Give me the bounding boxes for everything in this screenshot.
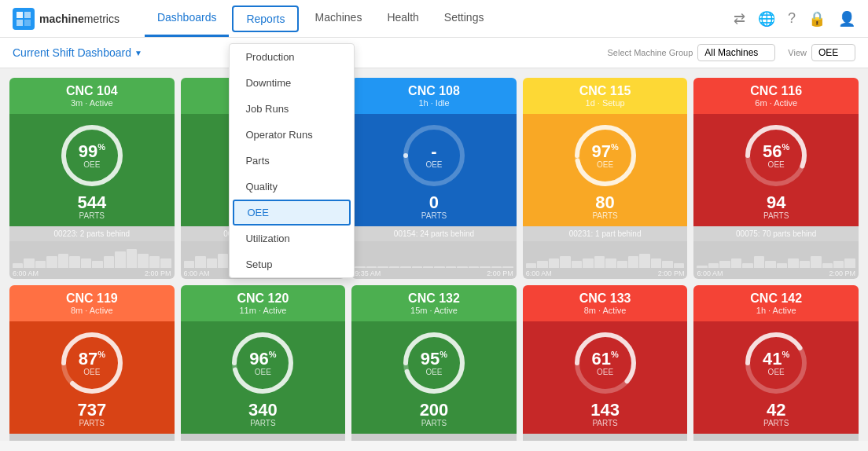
timeline-times: 6:00 AM 2:00 PM <box>523 268 688 279</box>
reports-menu-item-production[interactable]: Production <box>230 44 354 70</box>
parts-value: 200 <box>420 402 449 419</box>
oee-percent: 61% <box>591 350 618 368</box>
parts-value: 737 <box>77 402 106 419</box>
parts-label: PARTS <box>250 419 275 427</box>
nav-machines[interactable]: Machines <box>302 0 374 37</box>
machine-name: CNC 115 <box>529 84 682 98</box>
oee-percent: 95% <box>421 350 447 368</box>
nav-dashboards[interactable]: Dashboards <box>145 0 230 37</box>
help-icon[interactable]: ? <box>788 10 796 27</box>
oee-circle: 56% OEE <box>741 120 811 191</box>
machine-status: 11m · Active <box>187 306 340 315</box>
parts-value: 544 <box>77 194 106 211</box>
timeline <box>181 434 346 441</box>
oee-percent: 41% <box>763 350 789 368</box>
oee-percent: 99% <box>79 143 105 160</box>
timeline <box>523 434 688 441</box>
reports-dropdown: ProductionDowntimeJob RunsOperator RunsP… <box>229 43 355 278</box>
card-header: CNC 119 8m · Active <box>9 285 175 321</box>
parts-value: 80 <box>595 194 614 211</box>
time-end: 2:00 PM <box>487 270 513 277</box>
nav-health[interactable]: Health <box>374 0 431 37</box>
reports-menu-item-utilization[interactable]: Utilization <box>230 226 354 251</box>
reports-menu-item-downtime[interactable]: Downtime <box>230 70 354 96</box>
view-select[interactable]: OEE <box>811 44 855 61</box>
card-body: 97% OEE 80 PARTS <box>523 114 688 226</box>
oee-circle: 96% OEE <box>227 328 298 398</box>
card-body: 96% OEE 340 PARTS <box>181 321 346 434</box>
machine-name: CNC 120 <box>187 292 340 306</box>
machine-grid: CNC 104 3m · Active 99% OEE 544 PARTS 00… <box>0 68 868 441</box>
machine-card-cnc-104[interactable]: CNC 104 3m · Active 99% OEE 544 PARTS 00… <box>9 78 175 279</box>
card-footer: 00231: 1 part behind <box>523 226 688 241</box>
oee-value: 56% OEE <box>763 143 789 169</box>
oee-circle: 61% OEE <box>570 328 641 398</box>
nav-reports[interactable]: Reports <box>232 6 299 32</box>
card-footer: 00154: 24 parts behind <box>351 226 517 241</box>
machine-card-cnc-115[interactable]: CNC 115 1d · Setup 97% OEE 80 PARTS 0023… <box>523 78 688 279</box>
logo[interactable]: machinemetrics <box>13 8 120 30</box>
nav-settings[interactable]: Settings <box>432 0 497 37</box>
machine-name: CNC 132 <box>358 292 510 306</box>
machine-card-cnc-116[interactable]: CNC 116 6m · Active 56% OEE 94 PARTS 000… <box>693 78 859 279</box>
machine-card-cnc-133[interactable]: CNC 133 8m · Active 61% OEE 143 PARTS 6:… <box>523 285 688 441</box>
machine-status: 8m · Active <box>16 306 168 315</box>
oee-percent: 56% <box>763 143 789 160</box>
time-end: 2:00 PM <box>145 270 171 277</box>
machine-status: 1d · Setup <box>529 98 682 108</box>
svg-rect-1 <box>24 12 31 18</box>
oee-label: OEE <box>591 160 618 169</box>
oee-label: OEE <box>249 368 276 376</box>
machine-card-cnc-119[interactable]: CNC 119 8m · Active 87% OEE 737 PARTS 6:… <box>9 285 175 441</box>
timeline <box>693 241 859 268</box>
svg-rect-2 <box>17 20 23 26</box>
shuffle-icon[interactable]: ⇄ <box>734 10 745 28</box>
header: machinemetrics Dashboards Reports Produc… <box>0 0 868 38</box>
machine-status: 1h · Idle <box>358 98 510 108</box>
machine-card-cnc-108[interactable]: CNC 108 1h · Idle - OEE 0 PARTS 00154: 2… <box>351 78 517 279</box>
card-header: CNC 108 1h · Idle <box>351 78 517 114</box>
oee-label: OEE <box>425 160 442 169</box>
chevron-down-icon: ▼ <box>134 49 142 57</box>
card-header: CNC 133 8m · Active <box>523 285 688 321</box>
oee-label: OEE <box>421 368 447 376</box>
lock-icon[interactable]: 🔒 <box>808 10 826 28</box>
machine-name: CNC 104 <box>16 84 168 98</box>
card-body: 61% OEE 143 PARTS <box>523 321 688 434</box>
oee-value: - OEE <box>425 143 442 169</box>
oee-label: OEE <box>763 368 789 376</box>
svg-rect-0 <box>17 12 23 18</box>
card-footer: 00223: 2 parts behind <box>9 226 175 241</box>
sub-header-controls: Select Machine Group All Machines View O… <box>608 44 856 61</box>
user-icon[interactable]: 👤 <box>838 10 855 28</box>
parts-label: PARTS <box>421 211 447 220</box>
oee-circle: 95% OEE <box>399 328 469 398</box>
parts-label: PARTS <box>763 211 789 220</box>
globe-icon[interactable]: 🌐 <box>758 10 775 28</box>
parts-label: PARTS <box>592 211 617 220</box>
logo-text: machinemetrics <box>39 13 120 25</box>
dashboard-title[interactable]: Current Shift Dashboard ▼ <box>13 46 142 59</box>
reports-menu-item-setup[interactable]: Setup <box>230 251 354 277</box>
timeline-times: 9:35 AM 2:00 PM <box>351 268 517 279</box>
machine-card-cnc-120[interactable]: CNC 120 11m · Active 96% OEE 340 PARTS 6… <box>181 285 346 441</box>
time-start: 6:00 AM <box>526 270 552 277</box>
reports-menu-item-parts[interactable]: Parts <box>230 148 354 174</box>
oee-label: OEE <box>591 368 618 376</box>
machine-group-select[interactable]: All Machines <box>697 44 775 61</box>
card-header: CNC 116 6m · Active <box>693 78 859 114</box>
oee-circle: 99% OEE <box>57 120 127 191</box>
reports-menu-item-oee[interactable]: OEE <box>233 200 351 226</box>
time-start: 6:00 AM <box>13 270 39 277</box>
card-body: 95% OEE 200 PARTS <box>351 321 517 434</box>
machine-card-cnc-132[interactable]: CNC 132 15m · Active 95% OEE 200 PARTS 6… <box>351 285 517 441</box>
reports-menu-item-operator-runs[interactable]: Operator Runs <box>230 122 354 148</box>
card-header: CNC 104 3m · Active <box>9 78 175 114</box>
machine-card-cnc-142[interactable]: CNC 142 1h · Active 41% OEE 42 PARTS 6:0… <box>693 285 859 441</box>
card-body: 56% OEE 94 PARTS <box>693 114 859 226</box>
reports-menu-item-job-runs[interactable]: Job Runs <box>230 96 354 122</box>
reports-menu-item-quality[interactable]: Quality <box>230 174 354 200</box>
time-start: 6:00 AM <box>184 270 210 277</box>
oee-circle: 97% OEE <box>570 120 641 191</box>
card-header: CNC 142 1h · Active <box>693 285 859 321</box>
